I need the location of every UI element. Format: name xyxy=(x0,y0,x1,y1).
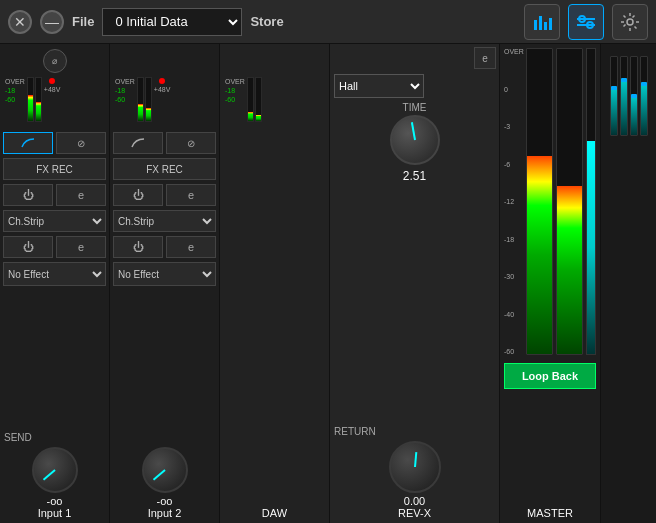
over-label: OVER xyxy=(5,77,25,86)
input1-meter-left-fill xyxy=(28,95,33,121)
input2-bottom: SEND -oo Input 2 xyxy=(110,393,220,523)
scale-0: 0 xyxy=(504,86,524,93)
over-label: OVER xyxy=(115,77,135,86)
eq-icon-btn[interactable] xyxy=(568,4,604,40)
input1-meter-section: OVER -18 -60 +48V xyxy=(3,75,106,130)
input1-phase-btn[interactable]: ⊘ xyxy=(56,132,106,154)
master-label: MASTER xyxy=(527,507,573,519)
vu-bar-right xyxy=(556,48,583,355)
input2-send-knob[interactable] xyxy=(142,447,188,493)
vu-bar-left-fill xyxy=(527,156,552,354)
settings-icon-btn[interactable] xyxy=(612,4,648,40)
knob-indicator xyxy=(410,122,415,140)
right-fader-3-handle xyxy=(631,94,637,98)
input1-chstrip-select[interactable]: Ch.Strip xyxy=(3,210,106,232)
preset-select[interactable]: 0 Initial Data xyxy=(102,8,242,36)
vu-bar-left xyxy=(526,48,553,355)
input1-send-knob[interactable] xyxy=(32,447,78,493)
vu-fader-fill xyxy=(587,141,595,355)
top-bar-right xyxy=(524,4,648,40)
link-button[interactable]: ⌀ xyxy=(43,49,67,73)
input2-meter-right-fill xyxy=(146,108,151,121)
input1-edit-btn[interactable]: e xyxy=(56,184,106,206)
input2-filter-row: ⊘ xyxy=(113,132,216,154)
revx-edit-area: e xyxy=(330,44,499,72)
meters-icon-btn[interactable] xyxy=(524,4,560,40)
minimize-button[interactable]: — xyxy=(40,10,64,34)
input2-send-knob-wrap: -oo xyxy=(142,447,188,507)
input1-small-btns: ⏻ e xyxy=(3,184,106,206)
neg60-label: -60 xyxy=(5,95,25,104)
neg18-label: -18 xyxy=(115,86,135,95)
daw-meter-right xyxy=(255,77,262,122)
input1-over-labels: OVER -18 -60 xyxy=(5,77,25,104)
reverb-knob-container: 2.51 xyxy=(334,115,495,183)
input2-fx-rec-btn[interactable]: FX REC xyxy=(113,158,216,180)
scale-neg6: -6 xyxy=(504,161,524,168)
input2-noeffect-select[interactable]: No Effect xyxy=(113,262,216,286)
input2-chstrip-select[interactable]: Ch.Strip xyxy=(113,210,216,232)
store-button[interactable]: Store xyxy=(250,14,283,29)
input2-power-btn[interactable]: ⏻ xyxy=(113,184,163,206)
minimize-icon: — xyxy=(45,14,59,30)
vu-bar-right-fill xyxy=(557,186,582,354)
scale-neg40: -40 xyxy=(504,311,524,318)
right-fader-3 xyxy=(630,56,638,136)
input2-meter-right xyxy=(145,77,152,122)
input1-plus48-label: +48V xyxy=(44,77,61,94)
right-fader-3-fill xyxy=(631,96,637,135)
scale-neg60: -60 xyxy=(504,348,524,355)
revx-return-knob[interactable] xyxy=(389,441,441,493)
right-panel-content xyxy=(610,52,648,515)
link-area: ⌀ xyxy=(3,47,106,75)
input1-small-btns2: ⏻ e xyxy=(3,236,106,258)
input2-plus48: +48V xyxy=(154,77,171,94)
right-fader-4-fill xyxy=(641,84,647,135)
plus48-text: +48V xyxy=(44,85,61,94)
daw-channel: OVER -18 -60 xyxy=(220,44,330,393)
send-header: SEND xyxy=(4,432,32,443)
input1-edit2-btn[interactable]: e xyxy=(56,236,106,258)
daw-meters xyxy=(247,77,262,122)
svg-rect-1 xyxy=(539,16,542,30)
neg18-label: -18 xyxy=(5,86,25,95)
bottom-area: SEND -oo Input 1 SEND -oo In xyxy=(0,393,600,523)
input2-meter-left-fill xyxy=(138,104,143,121)
input1-meter-left xyxy=(27,77,34,122)
daw-over-labels: OVER -18 -60 xyxy=(225,77,245,104)
input1-power-btn[interactable]: ⏻ xyxy=(3,184,53,206)
loop-back-btn[interactable]: Loop Back xyxy=(504,363,596,389)
revx-edit-btn[interactable]: e xyxy=(474,47,496,69)
input1-fx-rec-btn[interactable]: FX REC xyxy=(3,158,106,180)
input2-power2-btn[interactable]: ⏻ xyxy=(113,236,163,258)
revx-label: REV-X xyxy=(398,507,431,519)
input2-meter-left xyxy=(137,77,144,122)
right-faders-group xyxy=(610,56,648,136)
knob-indicator xyxy=(42,469,55,480)
input2-label: Input 2 xyxy=(148,507,182,519)
vu-fader xyxy=(586,48,596,355)
reverb-time-value: 2.51 xyxy=(403,169,426,183)
neg60-label: -60 xyxy=(225,95,245,104)
input1-power2-btn[interactable]: ⏻ xyxy=(3,236,53,258)
scale-neg12: -12 xyxy=(504,198,524,205)
over-label: OVER xyxy=(225,77,245,86)
input2-phase-btn[interactable]: ⊘ xyxy=(166,132,216,154)
input2-edit2-btn[interactable]: e xyxy=(166,236,216,258)
input1-hpf-btn[interactable] xyxy=(3,132,53,154)
right-panel xyxy=(600,44,656,523)
input2-hpf-btn[interactable] xyxy=(113,132,163,154)
reverb-time-knob[interactable] xyxy=(390,115,440,165)
input2-over-labels: OVER -18 -60 xyxy=(115,77,135,104)
input1-noeffect-select[interactable]: No Effect xyxy=(3,262,106,286)
input2-meters xyxy=(137,77,152,122)
main-content: ⌀ OVER -18 -60 xyxy=(0,44,656,523)
right-fader-4 xyxy=(640,56,648,136)
close-button[interactable]: ✕ xyxy=(8,10,32,34)
input2-edit-btn[interactable]: e xyxy=(166,184,216,206)
daw-meter-section: OVER -18 -60 xyxy=(223,75,326,130)
input2-small-btns2: ⏻ e xyxy=(113,236,216,258)
revx-channel: e Hall TIME 2.51 xyxy=(330,44,500,393)
neg60-label: -60 xyxy=(115,95,135,104)
reverb-type-select[interactable]: Hall xyxy=(334,74,424,98)
